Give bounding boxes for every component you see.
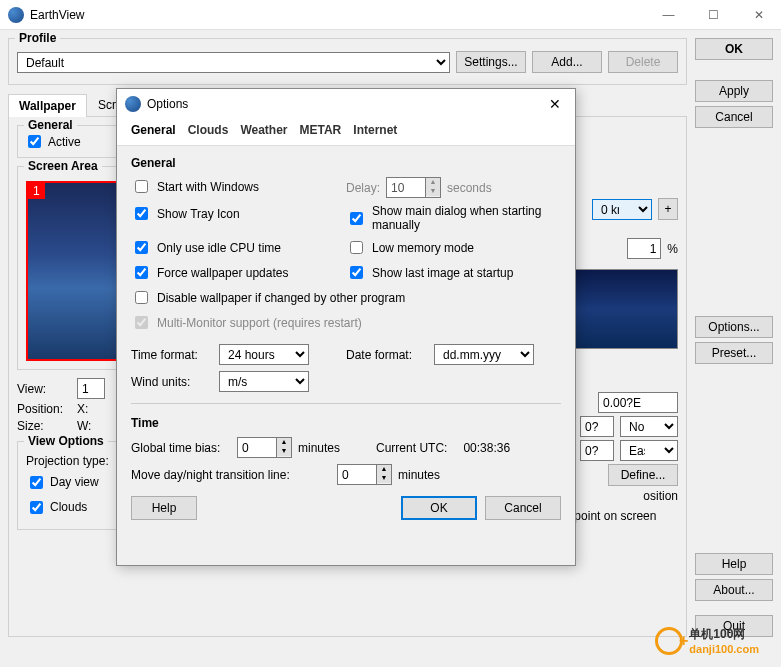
dialog-icon xyxy=(125,96,141,112)
window-title: EarthView xyxy=(30,8,646,22)
east-select[interactable]: East xyxy=(620,440,678,461)
close-button[interactable]: ✕ xyxy=(736,0,781,30)
delay-label: Delay: xyxy=(346,181,380,195)
maximize-button[interactable]: ☐ xyxy=(691,0,736,30)
watermark-logo-icon xyxy=(655,627,683,655)
lon-input[interactable] xyxy=(598,392,678,413)
gbias-label: Global time bias: xyxy=(131,441,231,455)
titlebar: EarthView — ☐ ✕ xyxy=(0,0,781,30)
size-label: Size: xyxy=(17,419,71,433)
pct-input[interactable] xyxy=(627,238,661,259)
dlg-cancel-button[interactable]: Cancel xyxy=(485,496,561,520)
position-label: Position: xyxy=(17,402,71,416)
lat2-input[interactable] xyxy=(580,440,614,461)
help-button[interactable]: Help xyxy=(695,553,773,575)
timefmt-select[interactable]: 24 hours xyxy=(219,344,309,365)
gbias-spinner[interactable] xyxy=(237,437,277,458)
profile-title: Profile xyxy=(15,31,60,45)
view-options-title: View Options xyxy=(24,434,108,448)
preset-button[interactable]: Preset... xyxy=(695,342,773,364)
dialog-tabstrip: General Clouds Weather METAR Internet xyxy=(117,119,575,146)
cur-utc-label: Current UTC: xyxy=(376,441,447,455)
dialog-title: Options xyxy=(147,97,543,111)
dlg-help-button[interactable]: Help xyxy=(131,496,197,520)
disable-wp-checkbox[interactable]: Disable wallpaper if changed by other pr… xyxy=(131,288,561,307)
section-time: Time xyxy=(131,416,561,430)
tray-checkbox[interactable]: Show Tray Icon xyxy=(131,204,346,223)
windunits-label: Wind units: xyxy=(131,375,213,389)
tab-wallpaper[interactable]: Wallpaper xyxy=(8,94,87,117)
show-main-checkbox[interactable]: Show main dialog when starting manually xyxy=(346,204,561,232)
app-icon xyxy=(8,7,24,23)
cancel-button[interactable]: Cancel xyxy=(695,106,773,128)
profile-group: Profile Default Settings... Add... Delet… xyxy=(8,38,687,85)
dialog-titlebar: Options ✕ xyxy=(117,89,575,119)
lat1-input[interactable] xyxy=(580,416,614,437)
timefmt-label: Time format: xyxy=(131,348,213,362)
ok-button[interactable]: OK xyxy=(695,38,773,60)
datefmt-label: Date format: xyxy=(346,348,428,362)
dialog-close-button[interactable]: ✕ xyxy=(543,92,567,116)
zoom-plus-button[interactable]: + xyxy=(658,198,678,220)
dlg-tab-general[interactable]: General xyxy=(131,123,176,137)
force-wp-checkbox[interactable]: Force wallpaper updates xyxy=(131,263,346,282)
cur-utc-value: 00:38:36 xyxy=(463,441,510,455)
active-checkbox[interactable]: Active xyxy=(24,132,81,151)
view-label: View: xyxy=(17,382,71,396)
zoom-select[interactable]: 0 km) xyxy=(592,199,652,220)
multimon-checkbox: Multi-Monitor support (requires restart) xyxy=(131,313,561,332)
minimize-button[interactable]: — xyxy=(646,0,691,30)
last-img-checkbox[interactable]: Show last image at startup xyxy=(346,263,561,282)
view-input[interactable] xyxy=(77,378,105,399)
watermark: 单机100网 danji100.com xyxy=(655,626,759,655)
datefmt-select[interactable]: dd.mm.yyyy xyxy=(434,344,534,365)
screen-area-title: Screen Area xyxy=(24,159,102,173)
settings-button[interactable]: Settings... xyxy=(456,51,526,73)
screen-badge: 1 xyxy=(28,183,45,199)
about-button[interactable]: About... xyxy=(695,579,773,601)
profile-select[interactable]: Default xyxy=(17,52,450,73)
dlg-tab-metar[interactable]: METAR xyxy=(300,123,342,137)
options-dialog: Options ✕ General Clouds Weather METAR I… xyxy=(116,88,576,566)
idle-cpu-checkbox[interactable]: Only use idle CPU time xyxy=(131,238,346,257)
delete-button[interactable]: Delete xyxy=(608,51,678,73)
apply-button[interactable]: Apply xyxy=(695,80,773,102)
delay-spinner xyxy=(386,177,426,198)
dlg-tab-clouds[interactable]: Clouds xyxy=(188,123,229,137)
start-windows-checkbox[interactable]: Start with Windows xyxy=(131,177,346,196)
dlg-tab-weather[interactable]: Weather xyxy=(240,123,287,137)
add-button[interactable]: Add... xyxy=(532,51,602,73)
dlg-tab-internet[interactable]: Internet xyxy=(353,123,397,137)
general-title: General xyxy=(24,118,77,132)
define-button[interactable]: Define... xyxy=(608,464,678,486)
move-line-spinner[interactable] xyxy=(337,464,377,485)
north-select[interactable]: North xyxy=(620,416,678,437)
windunits-select[interactable]: m/s xyxy=(219,371,309,392)
options-button[interactable]: Options... xyxy=(695,316,773,338)
dlg-ok-button[interactable]: OK xyxy=(401,496,477,520)
projection-label: Projection type: xyxy=(26,454,109,468)
screen-thumbnail[interactable]: 1 xyxy=(26,181,126,361)
low-mem-checkbox[interactable]: Low memory mode xyxy=(346,238,561,257)
section-general: General xyxy=(131,156,561,170)
move-line-label: Move day/night transition line: xyxy=(131,468,331,482)
